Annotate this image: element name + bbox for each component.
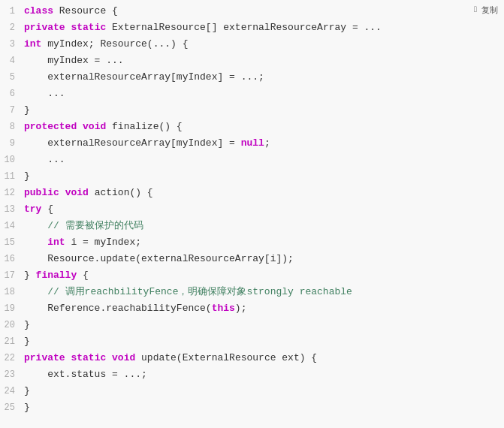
line-content: Reference.reachabilityFence(this);	[21, 300, 504, 316]
line-number: 10	[0, 152, 21, 168]
line-number: 11	[0, 169, 21, 185]
line-content: }	[21, 399, 504, 415]
table-row: 22private static void update(ExternalRes…	[0, 350, 504, 366]
line-number: 5	[0, 70, 21, 86]
line-content: }	[21, 333, 504, 349]
table-row: 2private static ExternalResource[] exter…	[0, 20, 504, 36]
code-token: ...	[24, 88, 65, 99]
table-row: 11}	[0, 168, 504, 185]
code-token: action() {	[89, 187, 153, 198]
code-token: Resource.update(externalResourceArray[i]…	[24, 253, 294, 264]
copy-icon: 	[474, 5, 477, 16]
table-row: 6 ...	[0, 86, 504, 102]
code-token: Reference.reachabilityFence(	[24, 303, 212, 314]
code-token: ;	[264, 137, 270, 149]
code-token: i = myIndex;	[65, 237, 141, 248]
table-row: 18 // 调用reachbilityFence，明确保障对象strongly …	[0, 284, 504, 300]
table-row: 12public void action() {	[0, 185, 504, 201]
table-row: 5 externalResourceArray[myIndex] = ...;	[0, 69, 504, 86]
table-row: 3int myIndex; Resource(...) {	[0, 36, 504, 53]
line-number: 14	[0, 219, 21, 234]
table-row: 9 externalResourceArray[myIndex] = null;	[0, 135, 504, 152]
code-token: }	[24, 270, 36, 281]
line-number: 19	[0, 301, 21, 317]
line-content: }	[21, 317, 504, 333]
line-number: 24	[0, 384, 21, 399]
line-number: 1	[0, 4, 21, 20]
line-number: 13	[0, 202, 21, 218]
line-content: externalResourceArray[myIndex] = ...;	[21, 69, 504, 85]
table-row: 13try {	[0, 201, 504, 218]
line-number: 2	[0, 20, 21, 36]
line-content: class Resource {	[21, 3, 504, 19]
line-content: }	[21, 383, 504, 399]
code-token: int	[24, 38, 41, 50]
code-token: finalize() {	[106, 121, 182, 132]
code-token: );	[235, 303, 247, 314]
code-token: // 需要被保护的代码	[24, 220, 143, 231]
line-number: 15	[0, 235, 21, 251]
line-number: 8	[0, 119, 21, 135]
line-content: Resource.update(externalResourceArray[i]…	[21, 251, 504, 267]
line-content: int myIndex; Resource(...) {	[21, 36, 504, 52]
table-row: 23 ext.status = ...;	[0, 366, 504, 383]
line-number: 3	[0, 37, 21, 53]
code-token: externalResourceArray[myIndex] = ...;	[24, 71, 264, 83]
table-row: 20}	[0, 317, 504, 333]
code-token: void	[112, 352, 135, 363]
code-token: class	[24, 5, 53, 17]
line-content: externalResourceArray[myIndex] = null;	[21, 135, 504, 151]
code-token: public	[24, 187, 59, 198]
line-number: 22	[0, 351, 21, 366]
line-content: }	[21, 102, 504, 118]
code-token: }	[24, 402, 30, 413]
code-lines: 1class Resource {2private static Externa…	[0, 0, 504, 416]
table-row: 24}	[0, 383, 504, 399]
code-token: try	[24, 203, 41, 215]
code-token: ExternalResource[] externalResourceArray…	[106, 22, 382, 33]
code-token	[59, 187, 65, 198]
line-content: int i = myIndex;	[21, 234, 504, 250]
table-row: 15 int i = myIndex;	[0, 234, 504, 251]
line-number: 18	[0, 285, 21, 300]
code-token: this	[212, 303, 235, 314]
code-token: int	[24, 237, 65, 248]
line-number: 25	[0, 400, 21, 416]
code-token: void	[83, 121, 106, 132]
code-token: finally	[36, 270, 77, 281]
line-content: try {	[21, 201, 504, 217]
code-token: myIndex = ...	[24, 55, 124, 66]
line-number: 6	[0, 86, 21, 102]
code-token: void	[65, 187, 89, 198]
code-token: }	[24, 319, 30, 330]
line-number: 9	[0, 136, 21, 152]
table-row: 10 ...	[0, 152, 504, 168]
table-row: 17} finally {	[0, 267, 504, 284]
code-token: private	[24, 22, 65, 33]
code-token	[77, 121, 83, 132]
code-token: myIndex; Resource(...) {	[41, 38, 188, 50]
line-number: 17	[0, 268, 21, 284]
line-number: 12	[0, 185, 21, 201]
line-number: 4	[0, 53, 21, 69]
table-row: 21}	[0, 333, 504, 350]
line-content: myIndex = ...	[21, 53, 504, 68]
line-content: // 需要被保护的代码	[21, 218, 504, 234]
code-token: update(ExternalResource ext) {	[135, 352, 317, 363]
line-content: private static ExternalResource[] extern…	[21, 20, 504, 35]
code-token	[106, 352, 112, 363]
code-token: }	[24, 104, 30, 116]
copy-button[interactable]: 复制	[481, 5, 498, 16]
line-content: private static void update(ExternalResou…	[21, 350, 504, 366]
table-row: 8protected void finalize() {	[0, 119, 504, 135]
table-row: 19 Reference.reachabilityFence(this);	[0, 300, 504, 317]
code-token: private	[24, 352, 65, 363]
line-content: public void action() {	[21, 185, 504, 200]
line-content: }	[21, 168, 504, 184]
code-token: }	[24, 170, 30, 182]
line-number: 23	[0, 367, 21, 383]
code-token: {	[77, 270, 89, 281]
code-token: static	[71, 22, 106, 33]
line-content: } finally {	[21, 267, 504, 283]
code-token: static	[71, 352, 106, 363]
